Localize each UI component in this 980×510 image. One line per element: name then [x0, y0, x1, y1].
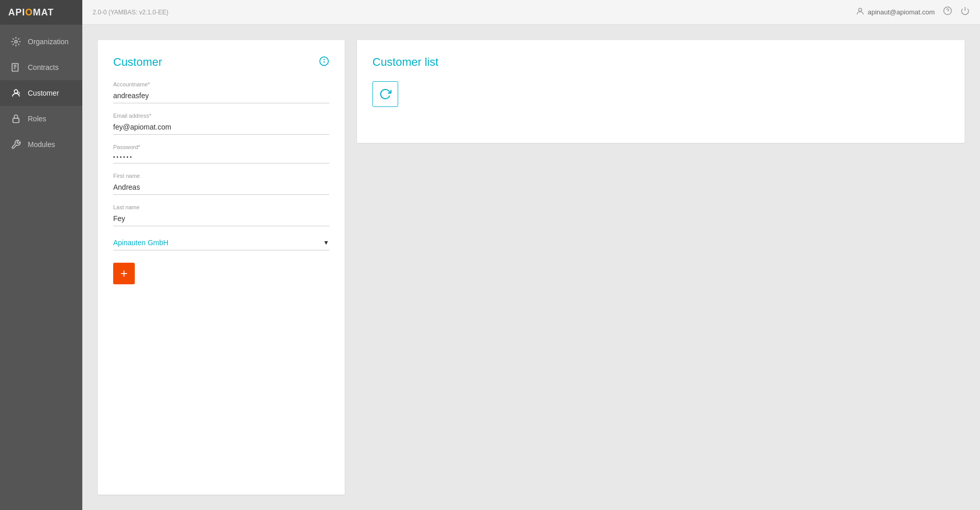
- topbar: 2.0-0 (YAMBAS: v2.1.0-EE) apinaut@apioma…: [82, 0, 980, 25]
- sidebar-label-customer: Customer: [28, 89, 59, 97]
- accountname-value[interactable]: andreasfey: [113, 89, 329, 103]
- email-value[interactable]: fey@apiomat.com: [113, 121, 329, 135]
- lastname-label: Last name: [113, 204, 329, 210]
- organization-dropdown[interactable]: Apinauten GmbH ▼: [113, 239, 329, 250]
- email-label: Email address*: [113, 113, 329, 119]
- user-info: apinaut@apiomat.com: [856, 7, 935, 17]
- password-label: Password*: [113, 144, 329, 150]
- svg-point-2: [14, 89, 18, 93]
- accountname-label: Accountname*: [113, 81, 329, 87]
- person-icon: [10, 87, 22, 99]
- app-logo: APIOMAT: [0, 0, 82, 25]
- sidebar-label-contracts: Contracts: [28, 63, 59, 71]
- book-icon: [10, 62, 22, 73]
- gear-icon: [10, 36, 22, 47]
- firstname-label: First name: [113, 173, 329, 179]
- customer-list-header: Customer list: [372, 56, 949, 69]
- svg-point-5: [859, 8, 862, 11]
- logo-text: APIOMAT: [8, 7, 54, 18]
- firstname-value[interactable]: Andreas: [113, 181, 329, 195]
- sidebar-label-organization: Organization: [28, 38, 68, 46]
- info-icon[interactable]: [319, 56, 329, 69]
- customer-form-header: Customer: [113, 56, 329, 69]
- organization-value: Apinauten GmbH: [113, 239, 168, 247]
- chevron-down-icon: ▼: [323, 239, 329, 246]
- power-icon[interactable]: [960, 6, 970, 18]
- sidebar-item-modules[interactable]: Modules: [0, 132, 82, 157]
- lastname-field: Last name Fey: [113, 204, 329, 226]
- accountname-field: Accountname* andreasfey: [113, 81, 329, 103]
- customer-list-title: Customer list: [372, 56, 438, 69]
- sidebar: APIOMAT Organization Contracts: [0, 0, 82, 510]
- wrench-icon: [10, 139, 22, 150]
- svg-point-0: [15, 41, 17, 43]
- sidebar-nav: Organization Contracts Customer: [0, 29, 82, 157]
- customer-form-card: Customer Accountname* andreasfey Email a…: [98, 40, 345, 495]
- sidebar-label-modules: Modules: [28, 140, 55, 149]
- user-email: apinaut@apiomat.com: [868, 8, 935, 16]
- add-icon: +: [120, 267, 128, 280]
- lastname-value[interactable]: Fey: [113, 212, 329, 226]
- firstname-field: First name Andreas: [113, 173, 329, 195]
- password-value[interactable]: ••••••: [113, 152, 329, 163]
- sidebar-item-customer[interactable]: Customer: [0, 80, 82, 106]
- sidebar-item-contracts[interactable]: Contracts: [0, 54, 82, 80]
- sidebar-label-roles: Roles: [28, 115, 46, 123]
- email-field: Email address* fey@apiomat.com: [113, 113, 329, 135]
- content: Customer Accountname* andreasfey Email a…: [82, 25, 980, 510]
- svg-rect-4: [13, 118, 19, 122]
- customer-list-card: Customer list: [357, 40, 965, 143]
- add-button[interactable]: +: [113, 263, 135, 284]
- customer-form-title: Customer: [113, 56, 162, 69]
- main-area: 2.0-0 (YAMBAS: v2.1.0-EE) apinaut@apioma…: [82, 0, 980, 510]
- version-label: 2.0-0 (YAMBAS: v2.1.0-EE): [93, 9, 168, 16]
- sidebar-item-organization[interactable]: Organization: [0, 29, 82, 54]
- topbar-right: apinaut@apiomat.com: [856, 6, 970, 18]
- lock-icon: [10, 113, 22, 124]
- user-icon: [856, 7, 865, 17]
- password-field: Password* ••••••: [113, 144, 329, 163]
- help-icon[interactable]: [943, 6, 952, 18]
- sidebar-item-roles[interactable]: Roles: [0, 106, 82, 132]
- refresh-button[interactable]: [372, 81, 398, 107]
